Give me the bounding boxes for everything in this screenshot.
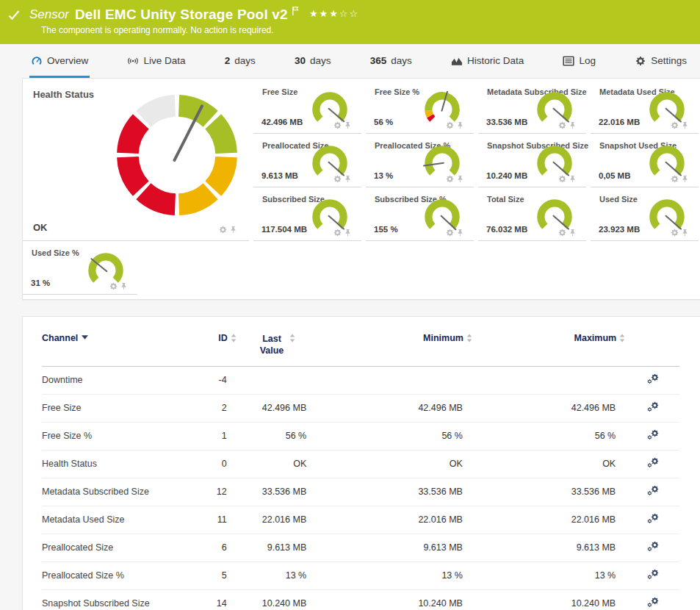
sensor-title: Dell EMC Unity Storage Pool v2 bbox=[75, 7, 288, 23]
column-header-last-value[interactable]: Last Value bbox=[237, 327, 317, 366]
tab-2-days[interactable]: 2days bbox=[223, 44, 257, 78]
channel-settings-icon[interactable] bbox=[646, 457, 659, 468]
gauge-panel-free-size: Free Size42.496 MB bbox=[253, 80, 361, 134]
gauge-pin-icon[interactable] bbox=[569, 229, 577, 237]
chart-icon bbox=[451, 56, 463, 66]
gauge-settings-icon[interactable] bbox=[671, 229, 679, 237]
last-value: 42.496 MB bbox=[237, 394, 317, 422]
gauge-title: Total Size bbox=[487, 195, 524, 204]
channel-row-metadata-used-size: Metadata Used Size1122.016 MB22.016 MB22… bbox=[42, 506, 679, 534]
sorted-descending-icon[interactable] bbox=[82, 335, 88, 340]
channel-row-metadata-subscribed-size: Metadata Subscribed Size1233.536 MB33.53… bbox=[42, 478, 679, 506]
gauge-pin-icon[interactable] bbox=[456, 229, 464, 237]
gauge-panel-preallocated-size: Preallocated Size %13 % bbox=[366, 134, 474, 187]
channel-actions-cell bbox=[625, 534, 679, 561]
overview-gauges-card: Health Status OK Free Size42.496 MBFree … bbox=[22, 78, 700, 300]
gauge-pin-icon[interactable] bbox=[344, 229, 352, 237]
channel-name[interactable]: Snapshot Subscribed Size bbox=[42, 589, 185, 610]
sort-toggle-icon[interactable] bbox=[289, 334, 295, 342]
channel-name[interactable]: Free Size % bbox=[42, 422, 185, 450]
channel-row-snapshot-subscribed-size: Snapshot Subscribed Size1410.240 MB10.24… bbox=[42, 589, 679, 610]
channel-name[interactable]: Metadata Subscribed Size bbox=[42, 478, 185, 506]
gauge-pin-icon[interactable] bbox=[681, 121, 689, 129]
column-header-id[interactable]: ID bbox=[185, 327, 236, 366]
column-header-actions bbox=[625, 327, 679, 366]
maximum-value: 33.536 MB bbox=[472, 478, 625, 506]
channel-actions-cell bbox=[625, 450, 679, 478]
channel-settings-icon[interactable] bbox=[646, 569, 659, 580]
gauge-panel-used-size: Used Size %31 % bbox=[23, 241, 137, 295]
gauge-pin-icon[interactable] bbox=[569, 121, 577, 129]
gauge-settings-icon[interactable] bbox=[558, 229, 566, 237]
flag-icon[interactable] bbox=[292, 6, 299, 16]
gauge-pin-icon[interactable] bbox=[681, 175, 689, 183]
minimum-value: 13 % bbox=[316, 561, 472, 589]
channel-name[interactable]: Free Size bbox=[42, 394, 185, 422]
channel-actions-cell bbox=[625, 422, 679, 450]
channel-settings-icon[interactable] bbox=[646, 597, 659, 608]
gauge-settings-icon[interactable] bbox=[446, 229, 454, 237]
tab-30-days[interactable]: 30days bbox=[293, 44, 333, 78]
channel-settings-icon[interactable] bbox=[646, 513, 659, 524]
gauge-settings-icon[interactable] bbox=[446, 175, 454, 183]
health-status-gauge bbox=[112, 90, 242, 223]
gauge-settings-icon[interactable] bbox=[219, 226, 227, 234]
gauge-settings-icon[interactable] bbox=[333, 121, 342, 129]
gauge-settings-icon[interactable] bbox=[333, 229, 342, 237]
tab-label: Historic Data bbox=[467, 55, 524, 66]
sensor-tab-bar: OverviewLive Data2days30days365daysHisto… bbox=[0, 44, 700, 78]
column-label: ID bbox=[218, 333, 228, 343]
tab-365-days[interactable]: 365days bbox=[369, 44, 414, 78]
column-header-maximum[interactable]: Maximum bbox=[472, 327, 625, 366]
channel-id: 6 bbox=[185, 534, 236, 561]
tab-settings[interactable]: Settings bbox=[633, 44, 688, 78]
gauge-value: 155 % bbox=[374, 225, 398, 234]
gauge-pin-icon[interactable] bbox=[456, 175, 464, 183]
gauge-settings-icon[interactable] bbox=[671, 121, 679, 129]
gauge-pin-icon[interactable] bbox=[229, 226, 237, 234]
gauge-pin-icon[interactable] bbox=[456, 121, 464, 129]
gauge-panel-snapshot-subscribed-size: Snapshot Subscribed Size10.240 MB bbox=[478, 134, 586, 187]
sort-toggle-icon[interactable] bbox=[619, 334, 625, 342]
gauge-settings-icon[interactable] bbox=[671, 175, 679, 183]
gauge-pin-icon[interactable] bbox=[120, 282, 128, 290]
tab-log[interactable]: Log bbox=[561, 44, 597, 78]
channel-name[interactable]: Preallocated Size % bbox=[42, 561, 185, 589]
column-header-channel[interactable]: Channel bbox=[42, 327, 185, 366]
gauge-settings-icon[interactable] bbox=[109, 282, 118, 290]
channel-settings-icon[interactable] bbox=[646, 401, 659, 412]
gauge-settings-icon[interactable] bbox=[446, 121, 454, 129]
tab-label: Live Data bbox=[143, 55, 185, 66]
tab-overview[interactable]: Overview bbox=[29, 44, 90, 78]
gauge-pin-icon[interactable] bbox=[569, 175, 577, 183]
channel-actions-cell bbox=[625, 589, 679, 610]
tab-historic-data[interactable]: Historic Data bbox=[450, 44, 525, 78]
tab-live-data[interactable]: Live Data bbox=[126, 44, 187, 78]
gauge-panel-preallocated-size: Preallocated Size9.613 MB bbox=[253, 134, 361, 187]
gauge-pin-icon[interactable] bbox=[344, 175, 352, 183]
gauge-value: 117.504 MB bbox=[261, 225, 307, 234]
last-value: 9.613 MB bbox=[237, 534, 317, 561]
gauge-settings-icon[interactable] bbox=[333, 175, 342, 183]
channel-settings-icon[interactable] bbox=[646, 485, 659, 496]
channel-id: 14 bbox=[185, 589, 236, 610]
sort-toggle-icon[interactable] bbox=[466, 334, 472, 342]
channel-name[interactable]: Downtime bbox=[42, 366, 185, 394]
priority-star-rating[interactable]: ★★★☆☆ bbox=[309, 8, 359, 19]
gauge-settings-icon[interactable] bbox=[558, 175, 566, 183]
tab-label: Settings bbox=[651, 55, 687, 66]
channel-settings-icon[interactable] bbox=[646, 541, 659, 552]
channel-settings-icon[interactable] bbox=[646, 373, 659, 384]
live-icon bbox=[127, 56, 139, 66]
gauge-pin-icon[interactable] bbox=[681, 229, 689, 237]
channel-name[interactable]: Preallocated Size bbox=[42, 534, 185, 561]
channel-settings-icon[interactable] bbox=[646, 429, 659, 440]
channel-id: 0 bbox=[185, 450, 236, 478]
channel-name[interactable]: Metadata Used Size bbox=[42, 506, 185, 534]
sort-toggle-icon[interactable] bbox=[231, 334, 237, 342]
gauge-pin-icon[interactable] bbox=[344, 121, 352, 129]
column-header-minimum[interactable]: Minimum bbox=[316, 327, 472, 366]
gauge-settings-icon[interactable] bbox=[558, 121, 566, 129]
channel-name[interactable]: Health Status bbox=[42, 450, 185, 478]
maximum-value: 9.613 MB bbox=[472, 534, 625, 561]
